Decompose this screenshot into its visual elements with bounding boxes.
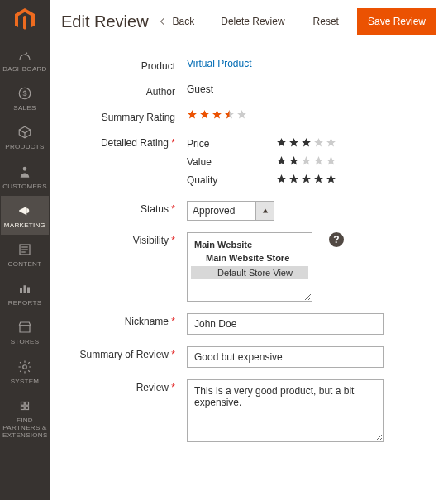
status-select[interactable] (187, 201, 274, 221)
svg-text:$: $ (22, 89, 26, 98)
star-icon[interactable] (326, 174, 336, 187)
review-label: Review (61, 379, 187, 393)
author-value: Guest (187, 83, 436, 95)
visibility-website[interactable]: Main Website (191, 238, 308, 251)
back-button[interactable]: Back (150, 11, 203, 32)
star-icon (236, 109, 247, 122)
svg-marker-39 (262, 209, 267, 213)
star-icon[interactable] (313, 137, 324, 150)
svg-marker-33 (326, 156, 336, 164)
nav-stores[interactable]: STORES (1, 312, 49, 351)
svg-marker-25 (289, 138, 298, 146)
review-form: Product Virtual Product Author Guest Sum… (50, 43, 448, 463)
star-icon[interactable] (301, 174, 312, 187)
star-icon[interactable] (301, 155, 312, 169)
svg-marker-34 (277, 174, 286, 183)
status-input[interactable] (187, 201, 256, 221)
svg-marker-30 (289, 156, 298, 164)
star-icon[interactable] (288, 137, 299, 150)
svg-marker-28 (326, 138, 336, 146)
star-icon[interactable] (313, 155, 324, 169)
svg-marker-18 (200, 110, 209, 118)
summary-rating-stars (187, 109, 247, 122)
nav-label: CUSTOMERS (2, 183, 47, 190)
nav-reports[interactable]: REPORTS (1, 274, 49, 312)
svg-marker-23 (237, 110, 246, 118)
star-icon (199, 109, 210, 122)
visibility-store-view[interactable]: Default Store View (191, 266, 308, 279)
detailed-rating-row: Price (187, 135, 436, 153)
svg-rect-10 (24, 285, 26, 293)
star-icon[interactable] (288, 174, 299, 187)
page-title: Edit Review (61, 12, 150, 31)
nav-label: STORES (2, 338, 47, 345)
svg-rect-16 (26, 406, 29, 409)
star-icon[interactable] (313, 174, 324, 187)
author-label: Author (61, 83, 187, 98)
nav-label: DASHBOARD (2, 65, 47, 73)
nav-label: REPORTS (2, 299, 47, 307)
visibility-store[interactable]: Main Website Store (191, 251, 308, 264)
reset-button[interactable]: Reset (303, 11, 349, 32)
status-label: Status (61, 201, 187, 215)
arrow-left-icon (158, 17, 168, 26)
product-link[interactable]: Virtual Product (187, 58, 252, 69)
svg-marker-17 (188, 110, 197, 118)
nav-label: CONTENT (2, 260, 47, 268)
svg-marker-38 (326, 174, 336, 183)
nav-products[interactable]: PRODUCTS (1, 117, 49, 156)
star-icon[interactable] (276, 137, 287, 150)
review-textarea[interactable] (187, 379, 384, 442)
nav-system[interactable]: SYSTEM (1, 352, 49, 391)
summary-of-review-label: Summary of Review (61, 346, 187, 360)
svg-rect-14 (26, 402, 29, 405)
star-icon[interactable] (288, 155, 299, 169)
triangle-up-icon (262, 207, 269, 214)
svg-marker-37 (314, 174, 323, 183)
star-icon[interactable] (276, 174, 287, 187)
nav-dashboard[interactable]: DASHBOARD (1, 40, 49, 79)
detailed-rating-label: Detailed Rating (61, 135, 187, 149)
detailed-rating-name: Value (187, 156, 260, 168)
svg-point-12 (23, 364, 27, 369)
svg-marker-24 (277, 138, 286, 146)
magento-logo[interactable] (0, 0, 50, 40)
star-icon[interactable] (326, 137, 336, 150)
detailed-rating-stars[interactable] (276, 155, 336, 169)
save-review-button[interactable]: Save Review (357, 8, 436, 35)
svg-marker-31 (302, 156, 311, 164)
detailed-rating-row: Value (187, 153, 436, 171)
delete-review-button[interactable]: Delete Review (211, 11, 294, 32)
nickname-input[interactable] (187, 313, 384, 335)
svg-rect-15 (21, 406, 25, 409)
svg-marker-27 (314, 138, 323, 146)
detailed-rating-name: Price (187, 138, 260, 150)
summary-rating-label: Summary Rating (61, 109, 187, 123)
nav-find-partners[interactable]: FIND PARTNERS & EXTENSIONS (1, 391, 49, 445)
detailed-rating-name: Quality (187, 174, 260, 186)
detailed-rating-stars[interactable] (276, 137, 336, 150)
status-dropdown-arrow[interactable] (256, 201, 274, 221)
svg-marker-26 (302, 138, 311, 146)
svg-rect-13 (21, 402, 25, 405)
nav-marketing[interactable]: MARKETING (1, 196, 49, 235)
svg-point-4 (23, 166, 27, 170)
nav-customers[interactable]: CUSTOMERS (1, 157, 49, 196)
svg-marker-29 (277, 156, 286, 164)
detailed-rating-row: Quality (187, 171, 436, 189)
star-icon[interactable] (276, 155, 287, 169)
detailed-rating-stars[interactable] (276, 174, 336, 187)
star-icon[interactable] (326, 155, 336, 169)
visibility-help-icon[interactable]: ? (329, 232, 344, 247)
svg-marker-36 (302, 174, 311, 183)
nav-label: SALES (2, 104, 47, 112)
admin-sidebar: DASHBOARD $ SALES PRODUCTS CUSTOMERS MAR… (0, 0, 50, 500)
nav-content[interactable]: CONTENT (1, 235, 49, 274)
svg-marker-19 (212, 110, 222, 118)
star-icon[interactable] (301, 137, 312, 150)
summary-of-review-input[interactable] (187, 346, 384, 368)
visibility-select[interactable]: Main Website Main Website Store Default … (187, 232, 312, 302)
star-icon (212, 109, 222, 122)
nav-label: PRODUCTS (2, 143, 47, 150)
nav-sales[interactable]: $ SALES (1, 79, 49, 117)
